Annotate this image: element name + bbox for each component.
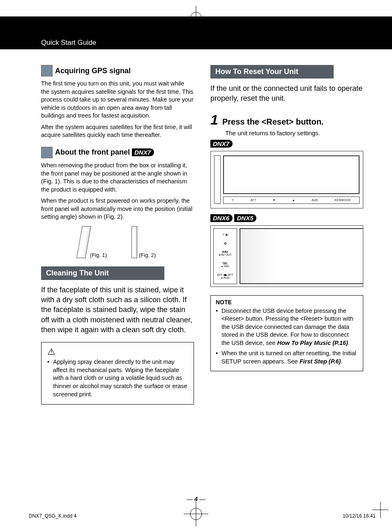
note-bullet-1: • Disconnect the USB device before press… [216,307,358,347]
device-button-column: ▽ ⏏ ⏻ NAV● AV OUT TEL● TAG ATT ◀▶ ATT● A… [213,228,237,284]
front-panel-heading: About the front panel DNX7 [41,147,194,158]
model-tag-dnx7: DNX7 [132,148,154,156]
figure-2: (Fig. 2) [131,226,156,258]
heading-square-icon [41,147,53,158]
model-tag-dnx7-2: DNX7 [210,140,233,148]
note-2-link: First Step (P.6) [300,358,341,365]
heading-square-icon [41,65,53,76]
dev-label: ▽ [232,199,234,202]
device-button-strip: ▽ ATT ▼ ▲ AUD KENWOOD [223,197,360,204]
gps-para-2: After the system acquires satellites for… [41,123,194,139]
bullet-icon: • [216,349,221,365]
note-1-text: Disconnect the USB device before pressin… [221,307,358,347]
footer-file: DNX7_QSG_K.indd 4 [29,513,76,519]
cleaning-heading: Cleaning The Unit [41,266,164,280]
front-panel-para-1: When removing the product from the box o… [41,162,194,194]
dev-label: ATT [250,199,256,201]
caution-box: ⚠ • Applying spray cleaner directly to t… [41,342,194,405]
dev-label: ▲ [292,199,295,201]
note-box: NOTE • Disconnect the USB device before … [210,295,363,371]
dev-label: ▼ [272,199,275,201]
step-text: Press the <Reset> button. [222,117,324,127]
content-area: Acquiring GPS signal The first time you … [0,49,392,405]
note-bullet-2: • When the unit is turned on after reset… [216,349,358,365]
dev-label: AUD [311,199,318,201]
dev-label: TEL● TAG [221,262,229,268]
gps-heading-text: Acquiring GPS signal [55,67,131,75]
gps-heading: Acquiring GPS signal [41,65,194,76]
dev-label: ATT ◀▶ ATT● AUD [217,273,233,279]
warning-icon: ⚠ [47,347,188,357]
guide-title: Quick Start Guide [41,39,96,47]
panel-shape-tilted [76,226,91,258]
cleaning-para: If the faceplate of this unit is stained… [41,285,194,335]
caution-bullet: • Applying spray cleaner directly to the… [47,358,188,398]
note-title: NOTE [216,299,358,305]
reset-heading: How To Reset Your Unit [210,65,334,79]
panel-shape-straight [131,226,137,258]
front-panel-para-2: When the product is first powered on wor… [41,197,194,221]
figure-row: (Fig. 1) (Fig. 2) [41,226,194,258]
note-1-link: How To Play Music (P.16) [277,340,348,346]
device-screen [240,228,363,284]
model-tag-dnx6: DNX6 [210,214,233,222]
device-illustration-dnx7: ▽ ATT ▼ ▲ AUD KENWOOD [210,151,363,208]
left-column: Acquiring GPS signal The first time you … [41,58,194,405]
gps-para-1: The first time you turn on this unit, yo… [41,80,194,120]
step-subtext: The unit returns to factory settings. [225,130,363,136]
step-number: 1 [210,112,218,128]
model-tag-dnx5: DNX5 [234,214,256,222]
front-panel-heading-text: About the front panel DNX7 [55,148,154,157]
reset-intro: If the unit or the connected unit fails … [210,83,363,104]
footer-timestamp: 10/12/16 16:41 [343,513,376,519]
figure-1: (Fig. 1) [79,226,107,258]
dev-label: NAV● AV OUT [219,250,231,256]
bullet-icon: • [216,307,221,347]
figure-2-label: (Fig. 2) [139,252,156,258]
device-screen [223,155,360,194]
print-footer: DNX7_QSG_K.indd 4 10/12/16 16:41 [29,513,376,519]
dev-label: KENWOOD [334,199,351,201]
device-illustration-dnx6-5: ▽ ⏏ ⏻ NAV● AV OUT TEL● TAG ATT ◀▶ ATT● A… [210,225,363,287]
dev-label: ▽ ⏏ [222,233,228,236]
dev-label: ⏻ [224,242,227,245]
right-column: How To Reset Your Unit If the unit or th… [210,58,363,405]
step-1: 1 Press the <Reset> button. [210,112,363,128]
device-side-button [214,155,221,204]
front-panel-heading-pre: About the front panel [55,148,132,156]
caution-text: Applying spray cleaner directly to the u… [53,358,188,398]
bullet-icon: • [47,358,53,398]
figure-1-label: (Fig. 1) [90,252,107,258]
note-2-text: When the unit is turned on after resetti… [221,349,358,365]
header-band: Quick Start Guide [0,16,392,49]
